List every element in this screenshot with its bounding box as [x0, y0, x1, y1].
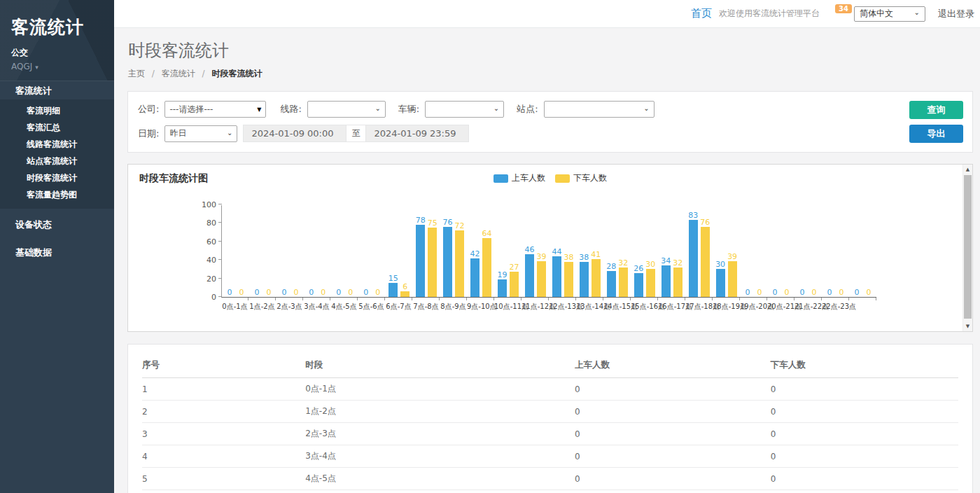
bar-value-label: 0	[799, 288, 804, 297]
bar-value-label: 0	[757, 288, 762, 297]
sidebar-item-device-status[interactable]: 设备状态	[0, 213, 114, 237]
bar-value-label: 34	[661, 256, 671, 265]
chevron-down-icon: ⌄	[227, 129, 232, 137]
user-code: AQGJ	[11, 62, 32, 71]
scrollbar-thumb[interactable]	[964, 175, 972, 319]
bar	[634, 273, 643, 297]
bar-value-label: 38	[564, 253, 573, 262]
bar-value-label: 44	[552, 247, 561, 256]
table-cell: 1	[142, 378, 305, 401]
scroll-up-arrow-icon[interactable]: ▲	[963, 165, 972, 174]
legend-swatch-blue	[493, 174, 508, 183]
x-axis-label: 6点-7点	[385, 302, 412, 312]
breadcrumb-flow-stats[interactable]: 客流统计	[162, 69, 195, 78]
legend-item-boarding[interactable]: 上车人数	[493, 172, 545, 184]
chart-scrollbar[interactable]: ▲ ▼	[962, 165, 972, 331]
sidebar-item-station-flow-stats[interactable]: 站点客流统计	[0, 153, 114, 169]
language-select-value: 简体中文	[860, 8, 893, 20]
bar-value-label: 0	[375, 288, 380, 297]
bar-value-label: 38	[579, 253, 589, 262]
sidebar-item-basic-data[interactable]: 基础数据	[0, 241, 114, 265]
sidebar-item-passenger-flow-stats[interactable]: 客流统计	[0, 81, 114, 99]
app-logo-title: 客流统计	[11, 15, 103, 39]
table-cell: 0点-1点	[305, 378, 575, 401]
sidebar-item-flow-summary[interactable]: 客流汇总	[0, 119, 114, 136]
y-axis-tick	[218, 278, 222, 279]
user-menu[interactable]: AQGJ▾	[11, 62, 103, 71]
company-select[interactable]: ---请选择--- ▼	[164, 101, 266, 118]
sidebar-item-line-flow-stats[interactable]: 线路客流统计	[0, 136, 114, 153]
bar-value-label: 0	[254, 288, 259, 297]
export-button[interactable]: 导出	[909, 125, 963, 143]
table-header-row: 序号 时段 上车人数 下车人数	[142, 353, 958, 378]
sidebar-item-time-period-flow-stats[interactable]: 时段客流统计	[0, 169, 114, 186]
bar-column: 72	[455, 230, 464, 297]
topbar: 首页 欢迎使用客流统计管理平台 34 简体中文 ⌄ 退出登录	[114, 0, 980, 28]
table-body: 10点-1点0021点-2点0032点-3点0043点-4点0054点-5点00…	[142, 378, 958, 493]
bar-column: 30	[646, 269, 655, 297]
x-axis-tick	[276, 298, 303, 300]
bar	[498, 279, 507, 297]
legend-label-alighting: 下车人数	[573, 172, 607, 184]
x-axis-tick	[794, 298, 822, 300]
date-to-input[interactable]: 2024-01-09 23:59	[365, 125, 469, 142]
legend-item-alighting[interactable]: 下车人数	[555, 172, 607, 184]
filter-panel: 公司: ---请选择--- ▼ 线路: ⌄ 车辆: ⌄ 站点: ⌄ 日期:	[127, 91, 973, 153]
table-cell: 0	[575, 378, 771, 401]
sidebar-item-flow-trend-chart[interactable]: 客流量趋势图	[0, 186, 114, 203]
chevron-down-icon: ⌄	[914, 8, 920, 16]
bar-value-label: 72	[455, 221, 465, 230]
bar-column: 28	[607, 271, 616, 297]
language-select[interactable]: 简体中文 ⌄	[854, 6, 925, 22]
bar-value-label: 46	[524, 245, 534, 254]
bar-value-label: 0	[293, 288, 298, 297]
bar-value-label: 27	[510, 263, 519, 272]
bar-value-label: 0	[281, 288, 286, 297]
caret-down-icon: ▾	[35, 64, 38, 71]
bar-group: 00	[249, 205, 276, 297]
chevron-down-icon: ⌄	[493, 104, 499, 112]
bar-column: 76	[443, 227, 452, 297]
bar-column: 44	[552, 256, 561, 297]
x-axis-label: 19点-20点	[740, 302, 767, 312]
bar-group: 156	[386, 205, 413, 297]
bar-value-label: 39	[727, 252, 737, 261]
bar-value-label: 78	[416, 216, 426, 225]
x-axis-tick	[849, 298, 876, 300]
table-cell: 0	[575, 468, 771, 490]
bar-value-label: 39	[536, 252, 546, 261]
table-cell: 0	[771, 490, 958, 493]
time-period-table: 序号 时段 上车人数 下车人数 10点-1点0021点-2点0032点-3点00…	[142, 353, 958, 493]
bar-value-label: 0	[827, 288, 832, 297]
chevron-down-icon: ⌄	[643, 104, 649, 112]
bar-group: 00	[331, 205, 358, 297]
company-label: 公司:	[138, 103, 159, 116]
breadcrumb-home[interactable]: 主页	[128, 69, 145, 78]
breadcrumb: 主页 / 客流统计 / 时段客流统计	[128, 68, 966, 80]
home-link[interactable]: 首页	[691, 7, 712, 20]
query-button[interactable]: 查询	[909, 101, 963, 119]
x-axis-label: 16点-17点	[658, 302, 685, 312]
date-from-input[interactable]: 2024-01-09 00:00	[243, 125, 346, 142]
logout-link[interactable]: 退出登录	[938, 8, 974, 20]
table-cell: 5点-6点	[305, 490, 575, 493]
bar-group: 4264	[468, 205, 495, 297]
station-select[interactable]: ⌄	[544, 101, 654, 118]
x-axis-tick	[248, 298, 276, 300]
scroll-down-arrow-icon[interactable]: ▼	[963, 321, 972, 331]
vehicle-select[interactable]: ⌄	[425, 101, 504, 118]
table-row: 43点-4点00	[142, 445, 958, 468]
sidebar-submenu: 客流明细 客流汇总 线路客流统计 站点客流统计 时段客流统计 客流量趋势图	[0, 99, 114, 209]
page-head: 时段客流统计 主页 / 客流统计 / 时段客流统计	[114, 28, 980, 85]
bar-value-label: 0	[266, 288, 271, 297]
bar-group: 1927	[495, 205, 522, 297]
line-label: 线路:	[280, 103, 301, 116]
bar-column: 6	[400, 291, 410, 297]
date-preset-select[interactable]: 昨日 ⌄	[164, 125, 237, 142]
bar-column: 27	[510, 272, 519, 297]
table-cell: 5	[142, 468, 305, 490]
line-select[interactable]: ⌄	[307, 101, 386, 118]
x-axis-tick	[330, 298, 358, 300]
bar-group: 2832	[603, 205, 631, 297]
sidebar-item-flow-detail[interactable]: 客流明细	[0, 102, 114, 119]
